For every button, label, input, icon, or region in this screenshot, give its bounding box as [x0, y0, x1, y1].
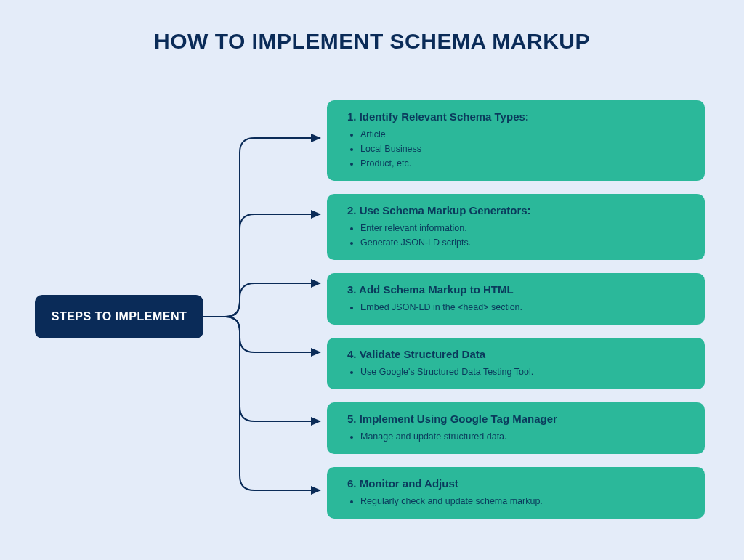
- step-title: 5. Implement Using Google Tag Manager: [347, 413, 690, 425]
- step-title: 1. Identify Relevant Schema Types:: [347, 110, 690, 123]
- step-4: 4. Validate Structured Data Use Google's…: [327, 338, 705, 389]
- root-node: STEPS TO IMPLEMENT: [35, 295, 203, 338]
- step-5: 5. Implement Using Google Tag Manager Ma…: [327, 402, 705, 454]
- step-item: Manage and update structured data.: [360, 429, 690, 444]
- step-items: Enter relevant information. Generate JSO…: [347, 221, 690, 250]
- step-title: 6. Monitor and Adjust: [347, 477, 690, 490]
- step-item: Embed JSON-LD in the <head> section.: [360, 300, 690, 315]
- step-title: 3. Add Schema Markup to HTML: [347, 283, 690, 296]
- step-1: 1. Identify Relevant Schema Types: Artic…: [327, 100, 705, 181]
- page-title: HOW TO IMPLEMENT SCHEMA MARKUP: [0, 0, 744, 54]
- step-items: Embed JSON-LD in the <head> section.: [347, 300, 690, 315]
- step-title: 4. Validate Structured Data: [347, 348, 690, 360]
- steps-column: 1. Identify Relevant Schema Types: Artic…: [327, 100, 705, 519]
- step-items: Manage and update structured data.: [347, 429, 690, 444]
- step-title: 2. Use Schema Markup Generators:: [347, 204, 690, 216]
- step-item: Product, etc.: [360, 156, 690, 171]
- step-item: Regularly check and update schema markup…: [360, 494, 690, 508]
- step-items: Article Local Business Product, etc.: [347, 127, 690, 171]
- root-label: STEPS TO IMPLEMENT: [52, 310, 187, 323]
- step-items: Use Google's Structured Data Testing Too…: [347, 365, 690, 379]
- step-items: Regularly check and update schema markup…: [347, 494, 690, 508]
- step-item: Local Business: [360, 142, 690, 156]
- step-2: 2. Use Schema Markup Generators: Enter r…: [327, 194, 705, 260]
- step-item: Enter relevant information.: [360, 221, 690, 235]
- step-6: 6. Monitor and Adjust Regularly check an…: [327, 467, 705, 519]
- step-item: Use Google's Structured Data Testing Too…: [360, 365, 690, 379]
- step-item: Article: [360, 127, 690, 142]
- step-item: Generate JSON-LD scripts.: [360, 235, 690, 250]
- step-3: 3. Add Schema Markup to HTML Embed JSON-…: [327, 273, 705, 325]
